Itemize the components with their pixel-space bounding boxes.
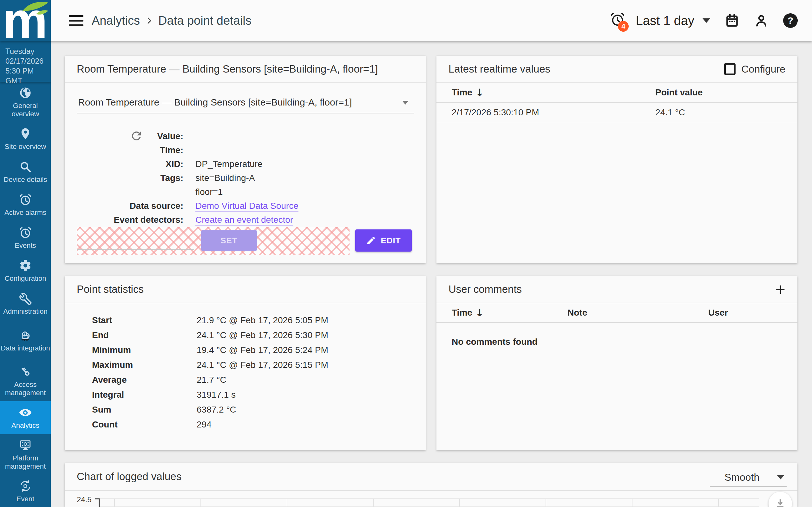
v-gridline xyxy=(287,498,287,507)
monitor-gear-icon xyxy=(19,439,32,452)
create-event-detector-link[interactable]: Create an event detector xyxy=(195,215,293,225)
chart-plot-area: 24.5 xyxy=(65,491,798,507)
sidebar-item-configuration[interactable]: Configuration xyxy=(0,254,51,287)
realtime-col-value[interactable]: Point value xyxy=(655,88,798,98)
point-select-value: Room Temperature — Building Sensors [sit… xyxy=(78,97,352,107)
comments-col-user[interactable]: User xyxy=(708,308,798,318)
menu-hamburger-icon[interactable] xyxy=(69,15,84,26)
alarm-count-badge: 4 xyxy=(618,21,629,32)
value-field xyxy=(195,129,414,143)
sidebar-item-active-alarms[interactable]: Active alarms xyxy=(0,188,51,221)
date-picker-button[interactable] xyxy=(725,13,740,28)
sidebar-item-general-overview[interactable]: General overview xyxy=(0,82,51,122)
xid-value: DP_Temperature xyxy=(195,157,414,171)
cloud-sync-icon xyxy=(19,329,32,342)
realtime-title: Latest realtime values xyxy=(449,63,550,75)
configure-label: Configure xyxy=(741,63,785,75)
alarm-clock-icon xyxy=(19,226,32,239)
sidebar-nav: General overview Site overview Device de… xyxy=(0,82,51,507)
sidebar-item-event[interactable]: Event xyxy=(0,475,51,507)
sidebar-item-device-details[interactable]: Device details xyxy=(0,155,51,188)
active-alarms-button[interactable]: 4 xyxy=(610,11,626,30)
stat-row: Start 21.9 °C @ Feb 17, 2026 5:05 PM xyxy=(65,313,426,328)
sidebar-item-access-management[interactable]: Access management xyxy=(0,360,51,401)
location-pin-icon xyxy=(19,127,32,140)
pencil-icon xyxy=(366,235,376,245)
point-details-fields: Value: Time: XID: DP_Temperature Tags: s… xyxy=(77,129,414,227)
comments-col-time[interactable]: Time ↓ xyxy=(437,307,567,319)
stat-row: Integral 31917.1 s xyxy=(65,387,426,402)
breadcrumb: Analytics Data point details xyxy=(92,14,252,27)
chevron-down-icon[interactable] xyxy=(703,18,710,23)
time-range-value[interactable]: Last 1 day xyxy=(636,14,694,28)
user-menu-button[interactable] xyxy=(754,13,768,28)
configure-checkbox[interactable] xyxy=(724,63,735,75)
app-logo[interactable]: m xyxy=(0,0,51,41)
set-button[interactable]: SET xyxy=(201,230,257,251)
alarm-clock-icon xyxy=(19,193,32,206)
v-gridline xyxy=(459,498,460,507)
sidebar-item-administration[interactable]: Administration xyxy=(0,287,51,320)
configure-toggle[interactable]: Configure xyxy=(724,63,785,75)
statistics-title: Point statistics xyxy=(65,276,426,303)
point-select[interactable]: Room Temperature — Building Sensors [sit… xyxy=(77,94,414,113)
sidebar-item-label: Event xyxy=(0,495,50,503)
sidebar-item-data-integration[interactable]: Data integration xyxy=(0,320,51,360)
sidebar-item-label: Access management xyxy=(0,381,50,397)
set-value-restricted-zone: SET xyxy=(77,227,350,255)
stat-row: Sum 6387.2 °C xyxy=(65,402,426,417)
realtime-row-time: 2/17/2026 5:30:10 PM xyxy=(437,107,655,118)
stat-row: Average 21.7 °C xyxy=(65,372,426,387)
sidebar-item-events[interactable]: Events xyxy=(0,221,51,254)
set-value-input[interactable] xyxy=(77,249,194,250)
top-bar: m Analytics Data point details xyxy=(0,0,812,41)
realtime-row[interactable]: 2/17/2026 5:30:10 PM 24.1 °C xyxy=(437,103,798,122)
sidebar-item-label: General overview xyxy=(0,102,50,118)
time-label: Time: xyxy=(77,143,183,157)
breadcrumb-current-page: Data point details xyxy=(158,14,252,27)
chart-card: Chart of logged values Smooth 24.5 xyxy=(65,463,798,507)
sort-desc-icon: ↓ xyxy=(475,307,484,319)
v-gridline xyxy=(546,498,546,507)
realtime-values-card: Latest realtime values Configure Time ↓ … xyxy=(437,56,798,263)
sidebar-datetime: Tuesday 02/17/2026 5:30 PM GMT xyxy=(0,41,51,82)
sidebar-item-label: Events xyxy=(0,241,50,250)
data-source-link[interactable]: Demo Virtual Data Source xyxy=(195,201,299,211)
sidebar-item-analytics[interactable]: Analytics xyxy=(0,401,51,434)
sidebar-item-label: Administration xyxy=(0,307,50,316)
time-field xyxy=(195,143,414,157)
v-gridline xyxy=(200,498,201,507)
tags-label: Tags: xyxy=(77,171,183,185)
refresh-icon[interactable] xyxy=(130,129,143,143)
event-detectors-label: Event detectors: xyxy=(77,213,183,227)
realtime-col-time[interactable]: Time ↓ xyxy=(437,87,655,99)
xid-label: XID: xyxy=(77,157,183,171)
v-gridline xyxy=(114,498,115,507)
sidebar-day: Tuesday xyxy=(5,46,48,56)
leaf-icon xyxy=(21,1,49,15)
add-comment-button[interactable]: + xyxy=(775,283,785,296)
sidebar-item-label: Data integration xyxy=(0,344,50,352)
sidebar-item-label: Active alarms xyxy=(0,209,50,217)
sidebar-item-label: Configuration xyxy=(0,274,50,283)
point-details-card: Room Temperature — Building Sensors [sit… xyxy=(65,56,426,263)
top-bar-main: Analytics Data point details 4 Last 1 da… xyxy=(51,0,812,41)
plus-icon: + xyxy=(775,280,785,299)
user-comments-card: User comments + Time ↓ Note User No comm… xyxy=(437,276,798,450)
sidebar-item-platform-management[interactable]: Platform management xyxy=(0,434,51,475)
h-gridline xyxy=(100,498,759,499)
chevron-down-icon xyxy=(777,475,784,480)
comments-col-note[interactable]: Note xyxy=(567,308,708,318)
wrench-icon xyxy=(19,292,32,305)
download-icon xyxy=(774,497,786,507)
rollup-select[interactable]: Smooth xyxy=(710,470,786,487)
breadcrumb-analytics[interactable]: Analytics xyxy=(92,14,140,27)
search-icon xyxy=(19,160,32,173)
sort-desc-icon: ↓ xyxy=(475,87,484,99)
data-source-label: Data source: xyxy=(77,199,183,213)
sidebar-item-site-overview[interactable]: Site overview xyxy=(0,122,51,155)
point-statistics-card: Point statistics Start 21.9 °C @ Feb 17,… xyxy=(65,276,426,450)
stat-row: Minimum 19.4 °C @ Feb 17, 2026 5:24 PM xyxy=(65,343,426,357)
edit-button[interactable]: EDIT xyxy=(355,229,412,251)
help-button[interactable]: ? xyxy=(783,13,798,28)
